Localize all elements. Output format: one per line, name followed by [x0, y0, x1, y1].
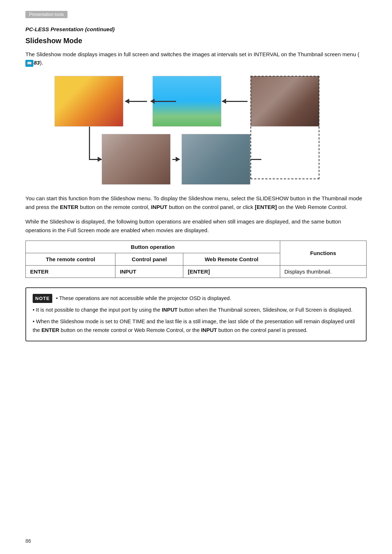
desc1: You can start this function from the Sli… — [25, 194, 367, 212]
intro-link: 83 — [34, 59, 40, 66]
arrow-img2-to-img1 — [125, 101, 147, 102]
intro-text: The Slideshow mode displays images in fu… — [25, 50, 367, 67]
note-label: NOTE — [33, 294, 52, 303]
desc2: While the Slideshow is displayed, the fo… — [25, 217, 367, 235]
note-line1: NOTE • These operations are not accessib… — [33, 294, 359, 303]
table-col3-header: Web Remote Control — [183, 253, 280, 265]
table-cell-functions: Displays thumbnail. — [280, 265, 366, 278]
table-cell-enter: ENTER — [26, 265, 115, 278]
table-cell-input: INPUT — [115, 265, 183, 278]
note-line3: • When the Slideshow mode is set to ONE … — [33, 317, 359, 335]
table-group-header: Button operation — [26, 241, 280, 253]
button-table: Button operation Functions The remote co… — [25, 241, 367, 278]
arrow-img3-to-img2 — [151, 101, 176, 102]
section-title: Slideshow Mode — [25, 37, 367, 45]
slideshow-img-food — [54, 76, 123, 127]
slideshow-img-animal2 — [102, 134, 171, 185]
note-line2: • It is not possible to change the input… — [33, 306, 359, 315]
slideshow-diagram — [54, 76, 338, 185]
note-bullet1: • These operations are not accessible wh… — [56, 295, 231, 301]
table-col1-header: The remote control — [26, 253, 115, 265]
arrow-img4-to-img5 — [172, 159, 180, 160]
slideshow-img-penguins — [181, 134, 250, 185]
dashed-placeholder — [250, 76, 319, 179]
arrow-corner-to-img4 — [100, 159, 102, 160]
section-subtitle: PC-LESS Presentation (continued) — [25, 26, 367, 32]
table-cell-enter-web: [ENTER] — [183, 265, 280, 278]
table-col2-header: Control panel — [115, 253, 183, 265]
arrow-dashed-to-img3 — [222, 101, 248, 102]
note-box: NOTE • These operations are not accessib… — [25, 287, 367, 341]
page: Presentation tools PC-LESS Presentation … — [0, 0, 392, 554]
intro-text-after: ). — [40, 59, 43, 66]
corner-v-img1 — [89, 127, 90, 159]
intro-text-before: The Slideshow mode displays images in fu… — [25, 51, 359, 57]
table-functions-header: Functions — [280, 241, 366, 265]
header-bar: Presentation tools — [25, 11, 68, 18]
corner-h-penguins-dashed — [250, 159, 261, 160]
page-number: 86 — [25, 538, 31, 544]
table-row: ENTER INPUT [ENTER] Displays thumbnail. — [26, 265, 367, 278]
book-icon: 📖 — [25, 60, 33, 67]
header-bar-label: Presentation tools — [29, 12, 64, 17]
